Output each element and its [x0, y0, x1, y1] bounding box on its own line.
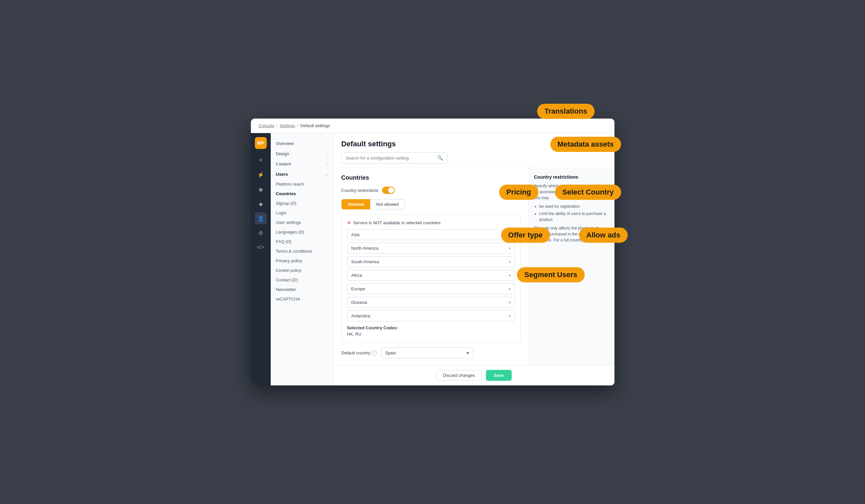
- default-country-label: Default country i: [342, 350, 377, 356]
- sidebar-item-content[interactable]: Content ›: [271, 159, 333, 169]
- region-select-europe[interactable]: Europe ▾: [347, 283, 515, 294]
- breadcrumb-console[interactable]: Console: [259, 123, 275, 128]
- right-panel-para2: This rule only affects the playback of c…: [534, 225, 609, 243]
- sidebar-item-countries[interactable]: Countries: [271, 189, 333, 199]
- sidebar-item-users[interactable]: Users ⌄: [271, 169, 333, 179]
- breadcrumb-current: Default settings: [300, 123, 330, 128]
- chevron-down-icon: ⌄: [325, 172, 328, 176]
- sidebar-logo[interactable]: MP: [255, 137, 267, 149]
- dropdown-arrow-icon: ▾: [509, 314, 511, 318]
- right-panel-list-item: Limit the ability of users to purchase a…: [540, 211, 609, 223]
- chevron-right-icon: ›: [326, 162, 328, 166]
- tab-allowed[interactable]: Allowed: [342, 199, 370, 209]
- dropdown-arrow-icon: ▾: [509, 233, 511, 237]
- sidebar: MP ≡ ⚡ ◉ ◆ 👤 ⚙ </>: [251, 133, 271, 385]
- region-select-africa[interactable]: Africa ▾: [347, 270, 515, 281]
- default-country-dropdown[interactable]: Spain ▾: [381, 348, 473, 358]
- users-sub-menu: Platform reach Countries Signup (D) Logi…: [271, 179, 333, 304]
- sidebar-item-overview[interactable]: Overview: [271, 138, 333, 149]
- region-select-oceania[interactable]: Oceania ▾: [347, 297, 515, 308]
- sidebar-item-login[interactable]: Login: [271, 208, 333, 218]
- search-bar[interactable]: 🔍: [342, 152, 447, 164]
- default-country-row: Default country i Spain ▾: [342, 348, 521, 358]
- sidebar-item-signup[interactable]: Signup (D): [271, 199, 333, 208]
- dropdown-arrow-icon: ▾: [509, 300, 511, 305]
- content-area: Default settings 🔍 Countries Country res…: [334, 133, 614, 385]
- sidebar-item-recaptcha[interactable]: reCAPTCHA: [271, 294, 333, 304]
- search-icon: 🔍: [437, 155, 443, 161]
- dropdown-arrow-icon: ▾: [467, 350, 469, 355]
- dropdown-arrow-icon: ▾: [509, 260, 511, 264]
- page-title: Default settings: [342, 140, 607, 148]
- sidebar-item-privacy[interactable]: Privacy policy: [271, 256, 333, 266]
- left-nav: Overview Design › Content › Users ⌄ Plat…: [271, 133, 334, 385]
- sidebar-item-terms[interactable]: Terms & conditions: [271, 246, 333, 256]
- person-icon[interactable]: 👤: [255, 212, 267, 224]
- globe-icon[interactable]: ◉: [255, 183, 267, 195]
- here-link[interactable]: here: [596, 238, 603, 243]
- gear-icon[interactable]: ⚙: [255, 227, 267, 239]
- countries-panel: Countries Country restrictions Allowed N…: [334, 168, 529, 365]
- sidebar-item-user-settings[interactable]: User settings: [271, 218, 333, 227]
- warning-row: ✕ Service is NOT available in selected c…: [347, 220, 515, 225]
- region-box: ✕ Service is NOT available in selected c…: [342, 215, 521, 342]
- country-codes-value: HK, RU: [347, 331, 515, 337]
- dropdown-arrow-icon: ▾: [509, 246, 511, 251]
- sidebar-item-platform-reach[interactable]: Platform reach: [271, 179, 333, 189]
- region-select-south-america[interactable]: South America ▾: [347, 256, 515, 267]
- tab-group: Allowed Not allowed: [342, 199, 521, 209]
- lightning-icon[interactable]: ⚡: [255, 169, 267, 181]
- dropdown-arrow-icon: ▾: [509, 273, 511, 278]
- sidebar-item-design[interactable]: Design ›: [271, 149, 333, 159]
- tab-not-allowed[interactable]: Not allowed: [370, 199, 405, 209]
- region-select-north-america[interactable]: North America ▾: [347, 243, 515, 254]
- sidebar-item-faq[interactable]: FAQ (D): [271, 237, 333, 246]
- right-panel-para1: Specify which countries your content may…: [534, 183, 609, 201]
- sidebar-item-contact[interactable]: Contact (D): [271, 275, 333, 285]
- info-icon: i: [371, 350, 377, 356]
- sidebar-item-newsletter[interactable]: Newsletter: [271, 285, 333, 294]
- bookmark-icon[interactable]: ◆: [255, 198, 267, 210]
- discard-button[interactable]: Discard changes: [436, 370, 482, 381]
- content-body: Countries Country restrictions Allowed N…: [334, 168, 614, 365]
- breadcrumb: Console / Settings / Default settings: [251, 119, 614, 133]
- breadcrumb-settings[interactable]: Settings: [280, 123, 295, 128]
- right-panel-list: be used for registration Limit the abili…: [534, 203, 609, 223]
- panel-title: Countries: [342, 174, 521, 181]
- chevron-right-icon: ›: [326, 152, 328, 156]
- content-header: Default settings 🔍: [334, 133, 614, 168]
- hamburger-icon[interactable]: ≡: [255, 154, 267, 166]
- right-panel-list-item: be used for registration: [540, 203, 609, 209]
- footer-actions: Discard changes Save: [334, 365, 614, 385]
- region-select-antarctica[interactable]: Antarctica ▾: [347, 310, 515, 321]
- right-info-panel: Country restrictions Specify which count…: [529, 168, 614, 365]
- dropdown-arrow-icon: ▾: [509, 287, 511, 291]
- x-icon: ✕: [347, 220, 351, 225]
- sidebar-item-languages[interactable]: Languages (D): [271, 227, 333, 237]
- sidebar-item-cookie[interactable]: Cookie policy: [271, 266, 333, 275]
- country-codes-label: Selected Country Codes:: [347, 325, 515, 330]
- toggle-label: Country restrictions: [342, 188, 379, 193]
- country-restrictions-toggle[interactable]: [382, 187, 395, 194]
- toggle-row: Country restrictions: [342, 187, 521, 194]
- warning-text: Service is NOT available in selected cou…: [353, 220, 441, 225]
- right-panel-title: Country restrictions: [534, 174, 609, 180]
- search-input[interactable]: [346, 155, 435, 161]
- code-icon[interactable]: </>: [255, 242, 267, 253]
- floating-label-translations: Translations: [537, 104, 595, 119]
- country-codes-section: Selected Country Codes: HK, RU: [347, 325, 515, 337]
- region-select-asia[interactable]: Asia ▾: [347, 229, 515, 240]
- save-button[interactable]: Save: [486, 370, 512, 381]
